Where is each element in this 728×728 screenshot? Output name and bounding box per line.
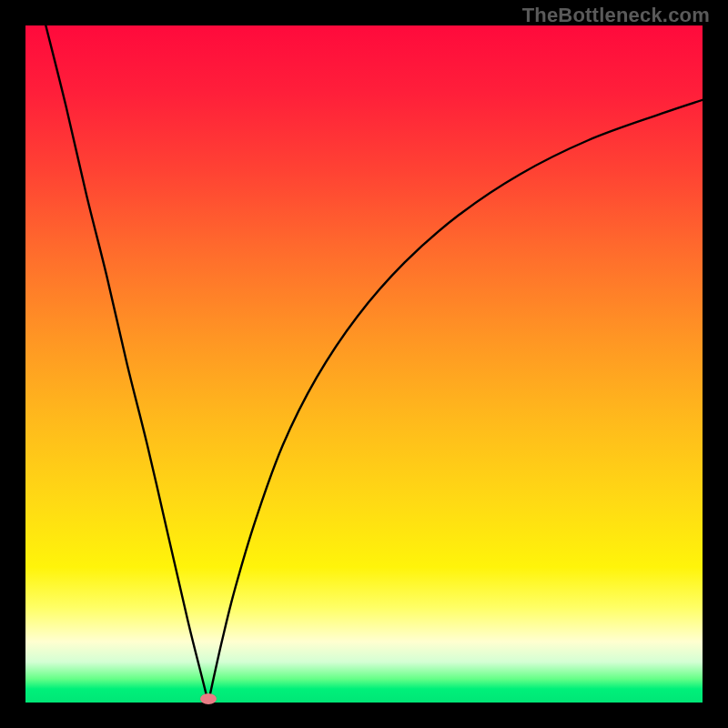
chart-frame: TheBottleneck.com	[0, 0, 728, 728]
bottleneck-curve	[25, 25, 703, 703]
curve-right-branch	[208, 100, 703, 703]
watermark-text: TheBottleneck.com	[522, 4, 710, 27]
curve-left-branch	[46, 25, 208, 703]
optimal-point-marker	[200, 693, 217, 704]
plot-gradient-area	[25, 25, 703, 703]
